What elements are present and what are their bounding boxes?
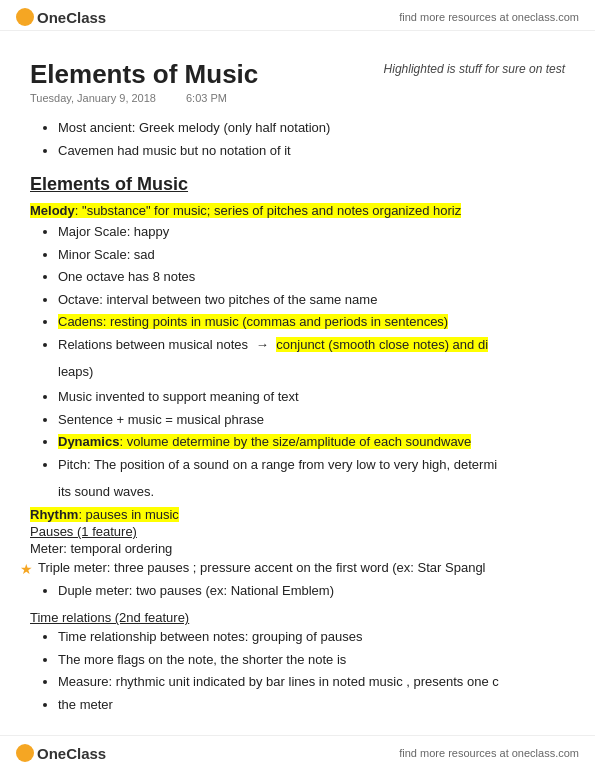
dynamics-text: : volume determine by the size/amplitude…: [119, 434, 471, 449]
time-bullet-list: Time relationship between notes: groupin…: [30, 627, 565, 714]
page-footer: OneClass find more resources at oneclass…: [0, 735, 595, 770]
header-link: find more resources at oneclass.com: [399, 11, 579, 23]
relations-highlight: conjunct (smooth close notes) and di: [276, 337, 488, 352]
rhythm-line: Rhythm: pauses in music: [30, 507, 565, 522]
melody-text: : "substance" for music; series of pitch…: [75, 203, 461, 218]
melody-label: Melody: [30, 203, 75, 218]
pauses-feature: Pauses (1 feature): [30, 524, 565, 539]
footer-logo: OneClass: [16, 744, 106, 762]
list-item: Octave: interval between two pitches of …: [58, 290, 565, 310]
highlight-note: Highlighted is stuff for sure on test: [384, 62, 565, 76]
list-item: Measure: rhythmic unit indicated by bar …: [58, 672, 565, 692]
section1-heading: Elements of Music: [30, 174, 565, 195]
list-item: Pitch: The position of a sound on a rang…: [58, 455, 565, 475]
leaps-text: leaps): [58, 364, 565, 379]
logo-circle-icon: [16, 8, 34, 26]
list-item: Cavemen had music but no notation of it: [58, 141, 565, 161]
doc-meta: Tuesday, January 9, 2018 6:03 PM: [30, 92, 258, 104]
doc-title: Elements of Music: [30, 59, 258, 90]
footer-logo-circle-icon: [16, 744, 34, 762]
pitch-end-text: its sound waves.: [58, 484, 565, 499]
list-item: Sentence + music = musical phrase: [58, 410, 565, 430]
rhythm-label: Rhythm: [30, 507, 78, 522]
doc-date: Tuesday, January 9, 2018: [30, 92, 156, 104]
cadens-text: Cadens: resting points in music (commas …: [58, 314, 448, 329]
doc-time: 6:03 PM: [186, 92, 227, 104]
list-item: Minor Scale: sad: [58, 245, 565, 265]
meter-text: Meter: temporal ordering: [30, 541, 565, 556]
time-relations: Time relations (2nd feature): [30, 610, 565, 625]
relations-start: Relations between musical notes: [58, 337, 248, 352]
triple-meter-text: Triple meter: three pauses ; pressure ac…: [38, 560, 486, 575]
main-content: Elements of Music Tuesday, January 9, 20…: [0, 31, 595, 734]
list-item: Time relationship between notes: groupin…: [58, 627, 565, 647]
triple-meter-item: ★ Triple meter: three pauses ; pressure …: [20, 558, 565, 578]
duple-meter-item: Duple meter: two pauses (ex: National Em…: [58, 581, 565, 601]
melody-bullet-list: Major Scale: happy Minor Scale: sad One …: [30, 222, 565, 354]
dynamics-label: Dynamics: [58, 434, 119, 449]
rhythm-text: : pauses in music: [78, 507, 178, 522]
page-header: OneClass find more resources at oneclass…: [0, 0, 595, 31]
list-item: Cadens: resting points in music (commas …: [58, 312, 565, 332]
list-item: One octave has 8 notes: [58, 267, 565, 287]
meter-list: ★ Triple meter: three pauses ; pressure …: [30, 558, 565, 600]
logo: OneClass: [16, 8, 106, 26]
logo-text: OneClass: [37, 9, 106, 26]
footer-link: find more resources at oneclass.com: [399, 747, 579, 759]
star-icon: ★: [20, 559, 33, 580]
list-item: Relations between musical notes → conjun…: [58, 335, 565, 355]
list-item: The more flags on the note, the shorter …: [58, 650, 565, 670]
doc-title-block: Elements of Music Tuesday, January 9, 20…: [30, 49, 258, 118]
pitch-text: Pitch: The position of a sound on a rang…: [58, 457, 497, 472]
list-item: Major Scale: happy: [58, 222, 565, 242]
list-item: Dynamics: volume determine by the size/a…: [58, 432, 565, 452]
footer-logo-text: OneClass: [37, 745, 106, 762]
more-bullet-list: Music invented to support meaning of tex…: [30, 387, 565, 474]
list-item: Music invented to support meaning of tex…: [58, 387, 565, 407]
intro-bullet-list: Most ancient: Greek melody (only half no…: [30, 118, 565, 160]
list-item: Most ancient: Greek melody (only half no…: [58, 118, 565, 138]
arrow-icon: →: [256, 335, 269, 355]
melody-line: Melody: "substance" for music; series of…: [30, 203, 565, 218]
list-item: the meter: [58, 695, 565, 715]
